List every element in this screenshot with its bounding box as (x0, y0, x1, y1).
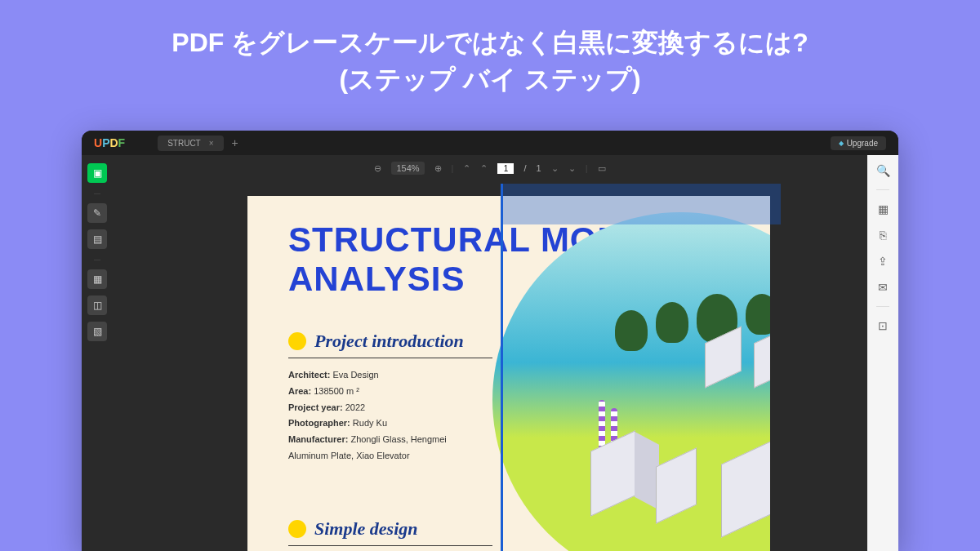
view-toolbar: ⊖ 154% ⊕ | ⌃ ⌃ / 1 ⌄ ⌄ | ▭ (113, 155, 867, 181)
app-logo: UPDF (94, 136, 125, 149)
separator: ― (94, 189, 100, 197)
first-page-icon[interactable]: ⌃ (463, 163, 470, 174)
separator: ― (94, 256, 100, 263)
illustration-image (492, 212, 770, 551)
separator: | (586, 163, 588, 173)
bullet-icon (288, 520, 306, 538)
edit-tool-icon[interactable]: ✎ (87, 203, 107, 223)
zoom-level[interactable]: 154% (391, 162, 424, 175)
upgrade-label: Upgrade (847, 139, 878, 148)
compare-overlay (503, 184, 781, 224)
form-tool-icon[interactable]: ▧ (87, 322, 107, 341)
bullet-icon (288, 332, 306, 350)
heading-line2: (ステップ バイ ステップ) (0, 61, 980, 98)
add-tab-button[interactable]: + (232, 136, 238, 149)
comment-tool-icon[interactable]: ▤ (87, 229, 107, 249)
zoom-out-button[interactable]: ⊖ (374, 163, 381, 174)
prev-page-icon[interactable]: ⌃ (480, 163, 488, 174)
divider (288, 358, 492, 358)
slideshow-icon[interactable]: ▭ (598, 163, 606, 174)
content-area: ⊖ 154% ⊕ | ⌃ ⌃ / 1 ⌄ ⌄ | ▭ STRUCTURAL MO… (113, 155, 867, 551)
crop-tool-icon[interactable]: ◫ (87, 295, 107, 315)
page-total: 1 (537, 163, 541, 173)
search-icon[interactable]: 🔍 (875, 163, 890, 178)
compare-slider-handle[interactable] (501, 184, 503, 551)
next-page-icon[interactable]: ⌄ (551, 163, 559, 174)
section-heading-2: Simple design (288, 518, 418, 540)
document-tab[interactable]: STRUCT × (158, 136, 223, 151)
project-details: Architect: Eva Design Area: 138500 m ² P… (288, 367, 476, 464)
reader-tool-icon[interactable]: ▣ (87, 163, 107, 183)
title-bar: UPDF STRUCT × + Upgrade (82, 131, 898, 155)
app-window: UPDF STRUCT × + Upgrade ▣ ― ✎ ▤ ― ▦ ◫ ▧ … (82, 131, 898, 551)
pdf-page: STRUCTURAL MODULE ANALYSIS Project intro… (247, 196, 770, 551)
page-tool-icon[interactable]: ▦ (87, 269, 107, 289)
zoom-in-button[interactable]: ⊕ (434, 163, 442, 174)
divider (288, 545, 492, 546)
left-toolbar: ▣ ― ✎ ▤ ― ▦ ◫ ▧ (82, 155, 113, 551)
page-separator: / (523, 163, 526, 173)
last-page-icon[interactable]: ⌄ (568, 163, 576, 174)
page-heading: PDF をグレースケールではなく白黒に変換するには? (ステップ バイ ステップ… (0, 0, 980, 98)
section-heading-1: Project introduction (288, 331, 464, 352)
separator (876, 189, 889, 190)
tab-label: STRUCT (167, 139, 201, 148)
document-viewport[interactable]: STRUCTURAL MODULE ANALYSIS Project intro… (247, 196, 898, 551)
separator: | (452, 163, 454, 173)
close-tab-icon[interactable]: × (209, 139, 214, 148)
page-number-input[interactable] (497, 163, 514, 174)
upgrade-button[interactable]: Upgrade (831, 136, 886, 150)
heading-line1: PDF をグレースケールではなく白黒に変換するには? (0, 24, 980, 61)
